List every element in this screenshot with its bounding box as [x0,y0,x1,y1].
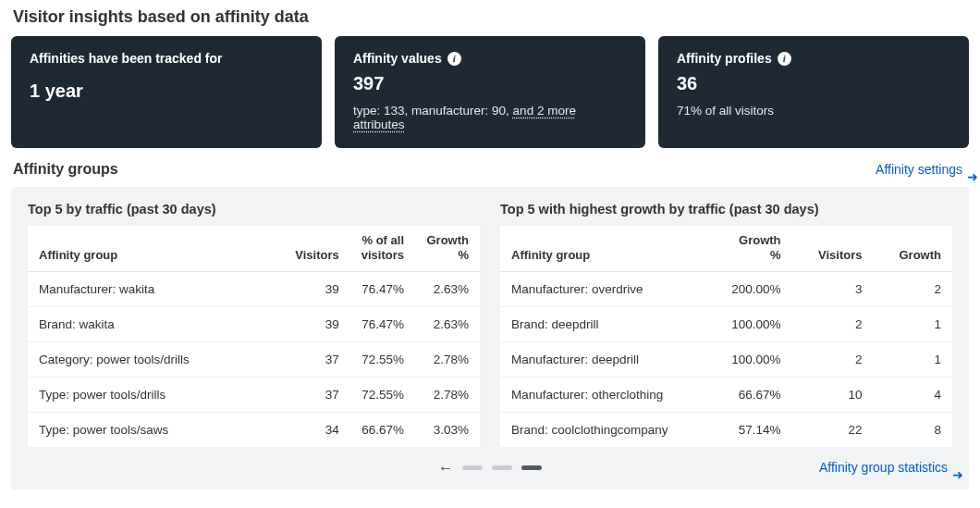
cell-growth: 2 [873,272,952,307]
col-growth: Growth [873,226,952,272]
cell-growth: 1 [873,307,952,342]
chevron-left-icon[interactable]: ← [438,461,453,476]
cell-growth: 2.63% [415,307,480,342]
cell-visitors: 2 [792,342,874,378]
cell-growth: 2.78% [415,378,480,413]
col-visitors: Visitors [261,226,349,272]
cell-growth-pct: 66.67% [720,378,791,413]
cell-group: Manufacturer: wakita [28,272,261,307]
card-profiles: Affinity profiles i 36 71% of all visito… [658,36,969,148]
table-row: Manufacturer: overdrive200.00%32 [500,272,952,307]
cell-growth: 4 [873,378,952,413]
affinity-group-stats-link[interactable]: Affinity group statistics [819,460,952,475]
cell-visitors: 34 [261,413,349,447]
cell-growth: 2.78% [415,342,480,378]
cell-pct: 76.47% [350,307,415,342]
cell-pct: 72.55% [350,378,415,413]
table-row: Brand: deepdrill100.00%21 [500,307,952,342]
traffic-table: Affinity group Visitors % of all visitor… [28,226,480,447]
cell-growth-pct: 200.00% [720,272,791,307]
cell-growth: 2.63% [415,272,480,307]
col-pct: % of all visitors [350,226,415,272]
table-row: Category: power tools/drills3772.55%2.78… [28,342,480,378]
cell-visitors: 2 [792,307,874,342]
cell-group: Type: power tools/drills [28,378,261,413]
cell-group: Brand: deepdrill [500,307,720,342]
cell-visitors: 37 [261,342,349,378]
card-tracked-value: 1 year [30,81,303,102]
table-row: Manufacturer: otherclothing66.67%104 [500,378,952,413]
affinity-settings-label: Affinity settings [876,162,962,177]
card-tracked-label: Affinities have been tracked for [30,51,303,66]
growth-table-col: Top 5 with highest growth by traffic (pa… [500,202,952,447]
info-icon[interactable]: i [447,52,461,66]
pager: ← [438,461,542,476]
traffic-table-col: Top 5 by traffic (past 30 days) Affinity… [28,202,480,447]
card-values: Affinity values i 397 type: 133, manufac… [335,36,645,148]
cell-visitors: 10 [792,378,874,413]
cell-growth: 8 [873,413,952,447]
table-row: Brand: wakita3976.47%2.63% [28,307,480,342]
card-tracked: Affinities have been tracked for 1 year [11,36,322,148]
pager-dot[interactable] [462,465,483,470]
cell-visitors: 39 [261,307,349,342]
growth-table: Affinity group Growth % Visitors Growth … [500,226,952,447]
cell-growth: 3.03% [415,413,480,447]
card-profiles-value: 36 [677,73,950,94]
col-growth: Growth % [415,226,480,272]
table-row: Type: power tools/saws3466.67%3.03% [28,413,480,447]
cell-growth-pct: 100.00% [720,342,791,378]
cell-group: Category: power tools/drills [28,342,261,378]
cell-growth-pct: 100.00% [720,307,791,342]
card-values-value: 397 [353,73,627,94]
cell-growth-pct: 57.14% [720,413,791,447]
affinity-group-stats-label: Affinity group statistics [819,460,948,475]
cell-group: Brand: coolclothingcompany [500,413,720,447]
cell-visitors: 22 [792,413,874,447]
tables-panel: Top 5 by traffic (past 30 days) Affinity… [11,187,969,489]
cell-visitors: 3 [792,272,874,307]
card-profiles-sub: 71% of all visitors [677,104,950,118]
growth-table-title: Top 5 with highest growth by traffic (pa… [500,202,952,217]
cell-pct: 66.67% [350,413,415,447]
groups-title: Affinity groups [13,161,118,178]
table-row: Manufacturer: deepdrill100.00%21 [500,342,952,378]
traffic-table-title: Top 5 by traffic (past 30 days) [28,202,480,217]
cell-group: Manufacturer: deepdrill [500,342,720,378]
table-row: Manufacturer: wakita3976.47%2.63% [28,272,480,307]
card-values-sub-prefix: type: 133, manufacturer: 90, [353,104,513,118]
pager-dot[interactable] [521,465,542,470]
card-profiles-label: Affinity profiles [677,51,772,66]
table-row: Type: power tools/drills3772.55%2.78% [28,378,480,413]
cell-growth: 1 [873,342,952,378]
cell-group: Manufacturer: otherclothing [500,378,720,413]
cell-pct: 72.55% [350,342,415,378]
affinity-settings-link[interactable]: Affinity settings [876,162,967,177]
page-title: Visitor insights based on affinity data [13,7,969,27]
info-icon[interactable]: i [778,52,791,66]
card-values-sub: type: 133, manufacturer: 90, and 2 more … [353,104,627,131]
cell-visitors: 39 [261,272,349,307]
table-row: Brand: coolclothingcompany57.14%228 [500,413,952,447]
card-values-label: Affinity values [353,51,442,66]
col-group: Affinity group [28,226,261,272]
cell-group: Manufacturer: overdrive [500,272,720,307]
summary-cards: Affinities have been tracked for 1 year … [11,36,969,148]
col-visitors: Visitors [792,226,874,272]
col-group: Affinity group [500,226,720,272]
cell-visitors: 37 [261,378,349,413]
cell-group: Brand: wakita [28,307,261,342]
cell-group: Type: power tools/saws [28,413,261,447]
pager-dot[interactable] [492,465,512,470]
cell-pct: 76.47% [350,272,415,307]
col-growth-pct: Growth % [720,226,791,272]
